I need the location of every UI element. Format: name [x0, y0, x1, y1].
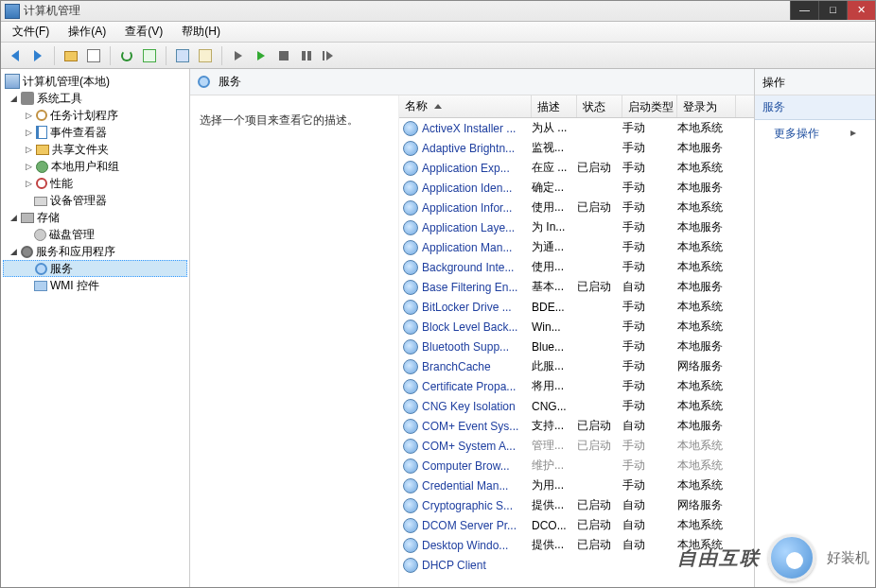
service-row[interactable]: Cryptographic S...提供...已启动自动网络服务 — [399, 495, 754, 515]
actions-band: 服务 — [755, 95, 875, 120]
service-desc: 提供... — [532, 537, 577, 553]
menu-help[interactable]: 帮助(H) — [174, 22, 228, 42]
service-status: 已启动 — [577, 537, 622, 553]
tree-performance[interactable]: ▷ 性能 — [3, 175, 187, 192]
service-row[interactable]: Base Filtering En...基本...已启动自动本地服务 — [399, 277, 754, 297]
service-restart-button[interactable] — [319, 45, 340, 66]
service-icon — [403, 200, 418, 216]
service-desc: 基本... — [532, 279, 577, 295]
tree-root[interactable]: 计算机管理(本地) — [3, 73, 187, 90]
service-row[interactable]: Block Level Back...Win...手动本地系统 — [399, 317, 754, 337]
service-logon: 本地系统 — [677, 398, 736, 414]
service-stop-button[interactable] — [273, 45, 294, 66]
service-row[interactable]: Credential Man...为用...手动本地系统 — [399, 476, 754, 495]
tree-system-tools[interactable]: ◢ 系统工具 — [3, 90, 187, 107]
tree-device-manager[interactable]: 设备管理器 — [3, 192, 187, 209]
service-status: 已启动 — [577, 517, 622, 533]
service-start-button[interactable] — [228, 45, 249, 66]
service-row[interactable]: DCOM Server Pr...DCO...已启动自动本地系统 — [399, 515, 754, 535]
menu-action[interactable]: 操作(A) — [61, 22, 114, 42]
tree-disk-management[interactable]: 磁盘管理 — [3, 226, 187, 243]
service-pause-button[interactable] — [296, 45, 317, 66]
toolbar-help-button[interactable] — [172, 45, 193, 66]
service-status: 已启动 — [577, 279, 622, 295]
close-button[interactable]: ✕ — [847, 1, 875, 20]
toolbar-export-button[interactable] — [139, 45, 160, 66]
service-row[interactable]: Desktop Windo...提供...已启动自动本地系统 — [399, 535, 754, 555]
service-row[interactable]: COM+ Event Sys...支持...已启动自动本地服务 — [399, 416, 754, 436]
tree-task-scheduler[interactable]: ▷ 任务计划程序 — [3, 107, 187, 124]
service-row[interactable]: Certificate Propa...将用...手动本地系统 — [399, 376, 754, 396]
navigation-tree: 计算机管理(本地) ◢ 系统工具 ▷ 任务计划程序 ▷ 事件查看器 ▷ 共享文件… — [1, 69, 190, 587]
service-startup: 手动 — [622, 458, 677, 474]
service-name: Application Man... — [422, 241, 532, 254]
service-logon: 本地系统 — [677, 199, 736, 216]
column-logon-as[interactable]: 登录为 — [677, 95, 736, 117]
collapse-icon[interactable]: ◢ — [9, 247, 19, 257]
service-icon — [403, 359, 418, 374]
service-icon — [403, 399, 418, 414]
tree-storage[interactable]: ◢ 存储 — [3, 209, 187, 226]
toolbar-pane-button[interactable] — [83, 45, 104, 66]
service-icon — [403, 220, 418, 235]
service-name: CNG Key Isolation — [422, 400, 532, 413]
column-name[interactable]: 名称 — [399, 95, 532, 117]
minimize-button[interactable]: — — [790, 1, 818, 20]
service-row[interactable]: DHCP Client — [399, 555, 754, 575]
toolbar-refresh-button[interactable] — [116, 45, 137, 66]
expand-icon[interactable]: ▷ — [24, 162, 34, 172]
service-icon — [403, 498, 418, 513]
service-row[interactable]: Application Iden...确定...手动本地服务 — [399, 178, 754, 198]
column-description[interactable]: 描述 — [532, 95, 577, 117]
expand-icon[interactable]: ▷ — [24, 179, 34, 189]
service-row[interactable]: ActiveX Installer ...为从 ...手动本地系统 — [399, 118, 754, 138]
service-desc: 支持... — [532, 418, 577, 434]
collapse-icon[interactable]: ◢ — [9, 213, 19, 223]
service-logon: 本地服务 — [677, 180, 736, 196]
tree-services-apps[interactable]: ◢ 服务和应用程序 — [3, 243, 187, 260]
tree-shared-folders[interactable]: ▷ 共享文件夹 — [3, 141, 187, 158]
service-play-button[interactable] — [251, 45, 272, 66]
tree-services[interactable]: 服务 — [3, 260, 187, 277]
service-row[interactable]: Computer Brow...维护...手动本地系统 — [399, 456, 754, 476]
service-row[interactable]: COM+ System A...管理...已启动手动本地系统 — [399, 436, 754, 456]
service-startup: 手动 — [622, 378, 677, 394]
service-status: 已启动 — [577, 418, 622, 434]
nav-forward-button[interactable] — [27, 45, 48, 66]
actions-more[interactable]: 更多操作 ▸ — [755, 120, 875, 147]
maximize-button[interactable]: □ — [818, 1, 847, 20]
service-row[interactable]: Application Exp...在应 ...已启动手动本地系统 — [399, 158, 754, 178]
column-startup-type[interactable]: 启动类型 — [622, 95, 677, 117]
column-status[interactable]: 状态 — [577, 95, 622, 117]
service-icon — [403, 419, 418, 434]
collapse-icon[interactable]: ◢ — [9, 94, 19, 104]
toolbar-folder-button[interactable] — [61, 45, 81, 66]
service-row[interactable]: Adaptive Brightn...监视...手动本地服务 — [399, 138, 754, 158]
service-row[interactable]: Application Infor...使用...已启动手动本地系统 — [399, 198, 754, 217]
service-name: Cryptographic S... — [422, 499, 532, 512]
tree-wmi-control[interactable]: WMI 控件 — [3, 277, 187, 294]
service-row[interactable]: Bluetooth Supp...Blue...手动本地服务 — [399, 337, 754, 356]
tree-event-viewer[interactable]: ▷ 事件查看器 — [3, 124, 187, 141]
service-row[interactable]: Application Man...为通...手动本地系统 — [399, 237, 754, 257]
service-row[interactable]: BitLocker Drive ...BDE...手动本地系统 — [399, 297, 754, 317]
service-desc: 确定... — [532, 180, 577, 196]
menu-view[interactable]: 查看(V) — [117, 22, 170, 42]
expand-icon[interactable]: ▷ — [24, 128, 34, 138]
services-list[interactable]: ActiveX Installer ...为从 ...手动本地系统Adaptiv… — [399, 118, 754, 587]
service-row[interactable]: Background Inte...使用...手动本地系统 — [399, 257, 754, 277]
expand-icon[interactable]: ▷ — [24, 145, 34, 155]
tree-local-users[interactable]: ▷ 本地用户和组 — [3, 158, 187, 175]
service-row[interactable]: CNG Key IsolationCNG...手动本地系统 — [399, 396, 754, 416]
service-logon: 本地系统 — [677, 160, 736, 176]
nav-back-button[interactable] — [5, 45, 26, 66]
service-row[interactable]: BranchCache此服...手动网络服务 — [399, 356, 754, 376]
expand-icon[interactable]: ▷ — [24, 111, 34, 121]
service-startup: 手动 — [622, 477, 677, 493]
service-icon — [403, 439, 418, 454]
service-startup: 手动 — [622, 299, 677, 315]
service-row[interactable]: Application Laye...为 In...手动本地服务 — [399, 217, 754, 237]
menu-file[interactable]: 文件(F) — [5, 22, 57, 42]
toolbar-view-button[interactable] — [195, 45, 216, 66]
service-icon — [403, 181, 418, 196]
